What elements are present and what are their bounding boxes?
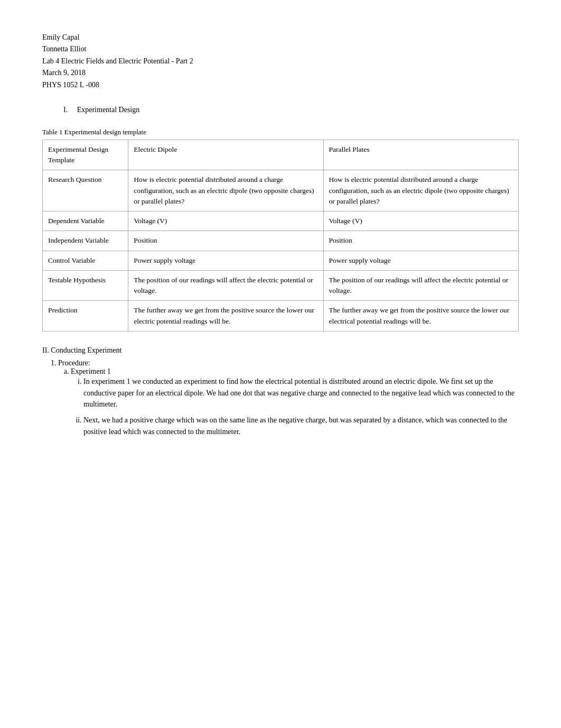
row-parallel-independent: Position (323, 231, 518, 251)
row-label-hypothesis: Testable Hypothesis (43, 270, 128, 301)
row-dipole-control: Power supply voltage (128, 251, 323, 270)
row-dipole-independent: Position (128, 231, 323, 251)
row-dipole-hypothesis: The position of our readings will affect… (128, 270, 323, 301)
table-header-col3: Parallel Plates (323, 140, 518, 170)
sub-list-roman: In experiment 1 we conducted an experime… (83, 376, 519, 437)
step-i-text: In experiment 1 we conducted an experime… (83, 377, 515, 408)
table-header-col1: Experimental Design Template (43, 140, 128, 170)
section2-heading: II. Conducting Experiment (42, 346, 519, 355)
experiment1-label: Experiment 1 (71, 367, 111, 375)
header-line4: March 9, 2018 (42, 67, 519, 79)
row-label-dependent: Dependent Variable (43, 211, 128, 231)
row-label-control: Control Variable (43, 251, 128, 270)
header-line2: Tonnetta Elliot (42, 43, 519, 55)
table-caption: Table 1 Experimental design template (42, 128, 519, 136)
procedure-label: Procedure: (58, 359, 90, 367)
procedure-item: Procedure: Experiment 1 In experiment 1 … (58, 359, 519, 437)
sub-list-a: Experiment 1 In experiment 1 we conducte… (71, 367, 519, 437)
table-row: Prediction The further away we get from … (43, 301, 519, 331)
row-label-prediction: Prediction (43, 301, 128, 331)
row-dipole-prediction: The further away we get from the positiv… (128, 301, 323, 331)
header-line3: Lab 4 Electric Fields and Electric Poten… (42, 56, 519, 67)
section1-title: Experimental Design (77, 106, 140, 114)
row-dipole-dependent: Voltage (V) (128, 211, 323, 231)
table-row: Control Variable Power supply voltage Po… (43, 251, 519, 270)
step-ii: Next, we had a positive charge which was… (83, 414, 519, 437)
row-parallel-control: Power supply voltage (323, 251, 518, 270)
step-i: In experiment 1 we conducted an experime… (83, 376, 519, 410)
row-label-independent: Independent Variable (43, 231, 128, 251)
step-ii-text: Next, we had a positive charge which was… (83, 416, 507, 436)
experimental-design-table: Experimental Design Template Electric Di… (42, 140, 519, 331)
table-row: Independent Variable Position Position (43, 231, 519, 251)
row-parallel-research: How is electric potential distributed ar… (323, 170, 518, 211)
table-row: Dependent Variable Voltage (V) Voltage (… (43, 211, 519, 231)
experiment1-item: Experiment 1 In experiment 1 we conducte… (71, 367, 519, 437)
header-line1: Emily Capal (42, 32, 519, 43)
procedure-list: Procedure: Experiment 1 In experiment 1 … (58, 359, 519, 437)
section1-label: I. (63, 106, 68, 114)
section1-heading: I. Experimental Design (63, 106, 519, 114)
row-parallel-dependent: Voltage (V) (323, 211, 518, 231)
table-row: Research Question How is electric potent… (43, 170, 519, 211)
row-label-research: Research Question (43, 170, 128, 211)
row-dipole-research: How is electric potential distributed ar… (128, 170, 323, 211)
row-parallel-hypothesis: The position of our readings will affect… (323, 270, 518, 301)
table-row: Testable Hypothesis The position of our … (43, 270, 519, 301)
header-line5: PHYS 1052 L -008 (42, 79, 519, 91)
row-parallel-prediction: The further away we get from the positiv… (323, 301, 518, 331)
header-block: Emily Capal Tonnetta Elliot Lab 4 Electr… (42, 32, 519, 91)
table-header-col2: Electric Dipole (128, 140, 323, 170)
